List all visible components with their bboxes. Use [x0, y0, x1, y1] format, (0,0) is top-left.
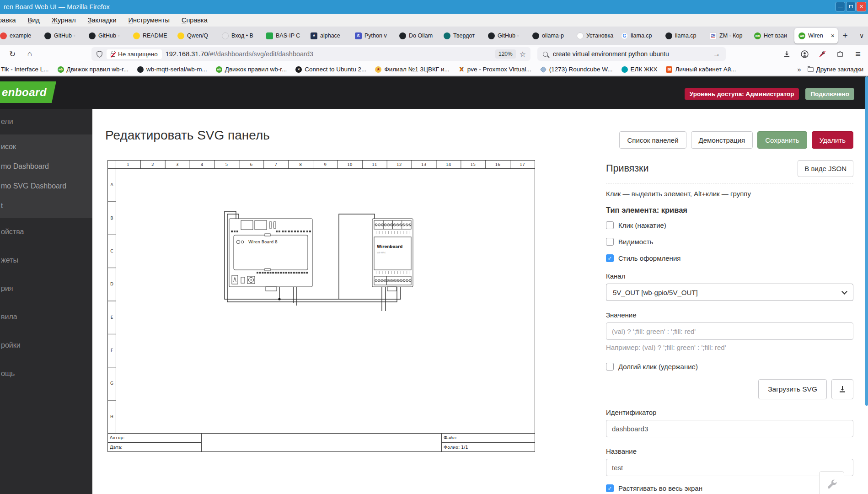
bookmark-item-8[interactable]: ЕЛК ЖКХ	[622, 66, 658, 73]
sidebar-item-2[interactable]: mo Dashboard	[0, 156, 92, 176]
channel-select[interactable]: 5V_OUT [wb-gpio/5V_OUT]	[606, 284, 853, 301]
download-svg-button[interactable]	[831, 379, 853, 399]
browser-tab-16[interactable]: ZM - Кор	[706, 28, 749, 43]
list-tabs-button[interactable]: ∨	[855, 29, 868, 43]
menu-item-0[interactable]: равка	[0, 16, 16, 24]
bookmark-item-4[interactable]: Connect to Ubuntu 2...	[295, 66, 366, 73]
sidebar-item-1[interactable]: исок	[0, 137, 92, 156]
sidebar-item-0[interactable]: ели	[0, 109, 92, 134]
view-as-json-button[interactable]: В виде JSON	[798, 160, 853, 177]
other-bookmarks-button[interactable]: Другие закладки	[808, 66, 863, 73]
upload-svg-button[interactable]: Загрузить SVG	[758, 379, 827, 399]
fullscreen-checkbox[interactable]: Растягивать во весь экран	[606, 484, 853, 492]
bookmark-item-3[interactable]: Движок правил wb-r...	[216, 66, 287, 73]
binding-checkbox-2[interactable]: Стиль оформления	[606, 254, 853, 262]
bookmark-item-7[interactable]: (1273) Roundcube W...	[540, 66, 613, 73]
browser-tab-10[interactable]: Твердот	[439, 28, 483, 43]
bookmarks-overflow-icon[interactable]: »	[797, 65, 801, 73]
value-input[interactable]	[606, 322, 853, 340]
checkbox-checked-icon[interactable]	[606, 254, 614, 262]
checkbox-checked-icon[interactable]	[606, 484, 614, 492]
security-chip[interactable]: Не защищено	[107, 49, 162, 59]
tab-close-icon[interactable]: ✕	[830, 33, 836, 38]
search-input[interactable]	[552, 50, 709, 58]
menu-item-5[interactable]: Справка	[182, 16, 208, 24]
account-icon[interactable]	[798, 48, 811, 60]
menu-item-4[interactable]: Инструменты	[128, 16, 169, 24]
maximize-button[interactable]	[846, 2, 856, 11]
svg-edit-tool-button[interactable]	[819, 471, 844, 494]
sidebar-item-5[interactable]: ойства	[0, 218, 92, 246]
identifier-input[interactable]	[606, 420, 853, 437]
bookmark-item-9[interactable]: Личный кабинет Ай...	[666, 66, 736, 73]
browser-tab-11[interactable]: GitHub -	[484, 28, 527, 43]
page-scrollbar[interactable]	[865, 76, 868, 406]
url-text[interactable]: 192.168.31.70/#!/dashboards/svg/edit/das…	[166, 50, 492, 58]
panel-title: Привязки	[606, 163, 649, 174]
binding-checkbox-1[interactable]: Видимость	[606, 238, 853, 246]
browser-tab-7[interactable]: alphace	[306, 28, 350, 43]
checkbox-icon[interactable]	[606, 363, 614, 370]
tab-label: example	[10, 32, 37, 39]
close-button[interactable]: ✕	[857, 2, 866, 11]
downloads-icon[interactable]	[780, 48, 793, 60]
menu-item-1[interactable]: Вид	[28, 16, 40, 24]
browser-tab-5[interactable]: Вход • B	[218, 28, 261, 43]
sidebar-item-9[interactable]: ройки	[0, 331, 92, 360]
home-icon[interactable]: ⌂	[24, 48, 36, 59]
delete-button[interactable]: Удалить	[812, 131, 853, 149]
browser-tab-13[interactable]: Установка к	[573, 28, 616, 43]
url-bar[interactable]: Не защищено 192.168.31.70/#!/dashboards/…	[91, 47, 530, 61]
sidebar-item-7[interactable]: рия	[0, 274, 92, 303]
browser-tab-15[interactable]: llama.cp	[661, 28, 705, 43]
tools-disabled-icon[interactable]	[816, 48, 829, 60]
browser-tab-2[interactable]: GitHub -	[85, 28, 128, 43]
binding-checkbox-0[interactable]: Клик (нажатие)	[606, 221, 853, 229]
bookmark-item-2[interactable]: wb-mqtt-serial/wb-m...	[137, 66, 207, 73]
search-bar[interactable]: →	[537, 47, 726, 61]
new-tab-button[interactable]: +	[838, 29, 852, 43]
device-relay-module[interactable]: Wirenboard WB-MR6	[372, 219, 413, 291]
reload-icon[interactable]: ↻	[6, 48, 18, 59]
sidebar-submenu: исокmo Dashboardmo SVG Dashboardt	[0, 134, 92, 218]
bookmark-star-icon[interactable]: ☆	[520, 50, 526, 59]
bookmark-item-6[interactable]: pve - Proxmox Virtual...	[458, 66, 531, 73]
sidebar-item-6[interactable]: жеты	[0, 246, 92, 274]
menu-icon[interactable]: ≡	[852, 48, 864, 60]
name-input[interactable]	[606, 459, 853, 476]
device-wirenboard8[interactable]: Wiren Board 8	[229, 219, 312, 291]
browser-tab-14[interactable]: llama.cp	[617, 28, 660, 43]
browser-tab-9[interactable]: Do Ollam	[395, 28, 439, 43]
bookmark-item-5[interactable]: Филиал №1 3ЦВКГ и...	[375, 66, 449, 73]
sidebar-item-8[interactable]: вила	[0, 303, 92, 331]
zoom-level-badge[interactable]: 120%	[495, 49, 516, 59]
minimize-button[interactable]: —	[836, 2, 845, 11]
browser-tab-17[interactable]: Нет взаи	[750, 28, 793, 43]
browser-tab-3[interactable]: README	[129, 28, 172, 43]
browser-tab-8[interactable]: Python v	[351, 28, 394, 43]
browser-tab-0[interactable]: example	[0, 28, 39, 43]
sidebar-item-10[interactable]: ощь	[0, 360, 92, 388]
bookmark-item-0[interactable]: Tik - Interface L...	[1, 66, 49, 73]
menu-item-3[interactable]: Закладки	[88, 16, 117, 24]
sidebar-item-3[interactable]: mo SVG Dashboard	[0, 176, 92, 196]
browser-tab-12[interactable]: ollama-p	[528, 28, 572, 43]
browser-tab-6[interactable]: BAS-IP C	[262, 28, 305, 43]
bookmark-item-1[interactable]: Движок правил wb-r...	[58, 66, 129, 73]
svg-drawing-canvas[interactable]: 1234567891011121314151617 ABCDEFGH Автор…	[107, 160, 535, 452]
extension-icon[interactable]	[834, 48, 847, 60]
wirenboard-logo[interactable]: enboard	[0, 81, 56, 103]
menu-item-2[interactable]: Журнал	[52, 16, 76, 24]
search-go-icon[interactable]: →	[713, 50, 720, 58]
browser-tab-4[interactable]: Qwen/Q	[173, 28, 217, 43]
checkbox-icon[interactable]	[606, 238, 614, 246]
checkbox-icon[interactable]	[606, 221, 614, 229]
panels-list-button[interactable]: Список панелей	[619, 131, 686, 149]
shield-icon[interactable]	[96, 51, 103, 58]
demo-button[interactable]: Демонстрация	[691, 131, 753, 149]
browser-tab-1[interactable]: GitHub -	[40, 28, 84, 43]
browser-tab-18[interactable]: Wiren✕	[794, 28, 838, 43]
sidebar-item-4[interactable]: t	[0, 196, 92, 215]
longclick-checkbox[interactable]: Долгий клик (удержание)	[606, 363, 853, 370]
save-button[interactable]: Сохранить	[757, 131, 807, 149]
